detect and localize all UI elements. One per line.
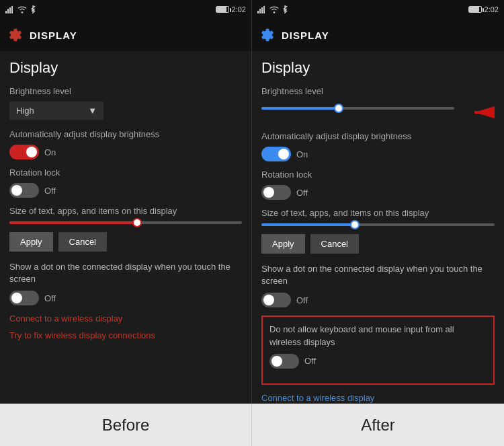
header-right: DISPLAY: [252, 19, 504, 51]
text-size-track-left: [9, 221, 242, 224]
after-label: After: [252, 404, 504, 446]
rotation-lock-toggle-right[interactable]: [261, 185, 291, 200]
gear-icon-right: [260, 28, 275, 42]
rotation-lock-toggle-left[interactable]: [9, 183, 39, 198]
dot-display-toggle-row-right: Off: [261, 293, 495, 307]
rotation-lock-toggle-row-right: Off: [261, 185, 495, 200]
brightness-slider-right[interactable]: [261, 102, 454, 115]
time-left: 2:02: [232, 5, 246, 13]
battery-icon-right: [468, 6, 482, 13]
keyboard-mouse-state: Off: [304, 356, 316, 366]
button-row-right: Apply Cancel: [261, 234, 495, 254]
connect-wireless-link-right[interactable]: Connect to a wireless display: [261, 393, 495, 403]
svg-rect-3: [11, 6, 13, 13]
dot-display-section-left: Show a dot on the connected display when…: [9, 261, 242, 305]
rotation-lock-label-right: Rotation lock: [261, 170, 495, 180]
auto-brightness-label-right: Automatically adjust display brightness: [261, 131, 495, 141]
dot-display-toggle-left[interactable]: [9, 291, 39, 305]
rotation-lock-toggle-row-left: Off: [9, 183, 242, 198]
dot-display-toggle-row-left: Off: [9, 291, 242, 305]
fix-wireless-link-left[interactable]: Try to fix wireless display connections: [9, 330, 242, 340]
auto-brightness-toggle-right[interactable]: [261, 147, 291, 161]
text-size-fill-left: [9, 221, 137, 224]
keyboard-mouse-toggle[interactable]: [269, 354, 299, 369]
brightness-value-left: High: [16, 106, 34, 116]
text-size-thumb-left: [132, 218, 142, 227]
text-size-thumb-right: [350, 220, 360, 229]
status-right-left: 2:02: [216, 5, 246, 13]
status-right-right: 2:02: [468, 5, 499, 13]
status-icons-left: [5, 5, 36, 14]
auto-brightness-section-left: Automatically adjust display brightness …: [9, 129, 242, 159]
rotation-lock-state-left: Off: [44, 186, 56, 196]
battery-icon-left: [216, 6, 229, 13]
panel-labels: Before After: [0, 404, 504, 446]
status-bar-left: 2:02: [0, 0, 251, 19]
svg-rect-7: [263, 6, 265, 13]
dot-display-label-left: Show a dot on the connected display when…: [9, 261, 242, 285]
header-title-right: DISPLAY: [282, 30, 329, 41]
dot-display-toggle-right[interactable]: [261, 293, 291, 307]
keyboard-mouse-toggle-row: Off: [269, 354, 487, 369]
cancel-button-right[interactable]: Cancel: [310, 234, 359, 254]
auto-brightness-toggle-row-right: On: [261, 147, 495, 161]
svg-rect-0: [5, 11, 7, 13]
svg-rect-9: [474, 111, 488, 114]
svg-rect-2: [9, 7, 11, 13]
wifi-icon-right: [269, 5, 279, 13]
auto-brightness-state-right: On: [296, 149, 308, 159]
dot-display-state-right: Off: [296, 295, 308, 305]
dot-display-state-left: Off: [44, 293, 56, 303]
brightness-label-left: Brightness level: [9, 86, 242, 96]
svg-rect-6: [261, 7, 263, 13]
cancel-button-left[interactable]: Cancel: [58, 232, 107, 252]
svg-rect-5: [259, 9, 261, 13]
page-title-right: Display: [261, 59, 495, 77]
text-size-label-left: Size of text, apps, and items on this di…: [9, 206, 242, 216]
status-icons-right: [257, 5, 288, 14]
before-panel: 2:02 DISPLAY Display Brightness level Hi…: [0, 0, 252, 404]
rotation-lock-label-left: Rotation lock: [9, 168, 242, 178]
rotation-lock-state-right: Off: [296, 188, 308, 198]
bluetooth-icon: [30, 5, 36, 14]
time-right: 2:02: [485, 5, 499, 13]
auto-brightness-state-left: On: [44, 147, 56, 157]
rotation-lock-section-right: Rotation lock Off: [261, 170, 495, 200]
button-row-left: Apply Cancel: [9, 232, 242, 252]
text-size-slider-left[interactable]: [9, 221, 242, 224]
brightness-label-right: Brightness level: [261, 86, 495, 96]
header-title-left: DISPLAY: [30, 30, 77, 41]
apply-button-left[interactable]: Apply: [9, 232, 53, 252]
page-title-left: Display: [9, 59, 242, 77]
brightness-fill-right: [261, 107, 339, 110]
auto-brightness-label-left: Automatically adjust display brightness: [9, 129, 242, 139]
brightness-slider-arrow-row: [261, 102, 495, 123]
brightness-thumb-right: [334, 104, 343, 113]
signal-icon: [5, 5, 15, 13]
connect-wireless-link-left[interactable]: Connect to a wireless display: [9, 313, 242, 324]
auto-brightness-toggle-row-left: On: [9, 145, 242, 159]
chevron-down-icon: ▼: [88, 106, 97, 116]
auto-brightness-section-right: Automatically adjust display brightness …: [261, 131, 495, 161]
red-arrow-icon: [461, 103, 495, 122]
brightness-dropdown-left[interactable]: High ▼: [9, 102, 103, 120]
text-size-section-left: Size of text, apps, and items on this di…: [9, 206, 242, 224]
auto-brightness-toggle-left[interactable]: [9, 145, 39, 159]
brightness-section-right: Brightness level: [261, 86, 495, 123]
content-left: Display Brightness level High ▼ Automati…: [0, 51, 251, 404]
text-size-label-right: Size of text, apps, and items on this di…: [261, 208, 495, 218]
before-label: Before: [0, 404, 252, 446]
text-size-section-right: Size of text, apps, and items on this di…: [261, 208, 495, 226]
header-left: DISPLAY: [0, 19, 251, 51]
text-size-slider-right[interactable]: [261, 223, 495, 226]
signal-icon-right: [257, 5, 267, 13]
status-bar-right: 2:02: [252, 0, 504, 19]
gear-icon-left: [8, 28, 23, 42]
wifi-icon: [17, 5, 27, 13]
keyboard-mouse-box: Do not allow keyboard and mouse input fr…: [261, 315, 495, 384]
keyboard-mouse-label: Do not allow keyboard and mouse input fr…: [269, 324, 487, 348]
rotation-lock-section-left: Rotation lock Off: [9, 168, 242, 198]
dot-display-section-right: Show a dot on the connected display when…: [261, 263, 495, 307]
apply-button-right[interactable]: Apply: [261, 234, 305, 254]
content-right: Display Brightness level: [252, 51, 504, 404]
